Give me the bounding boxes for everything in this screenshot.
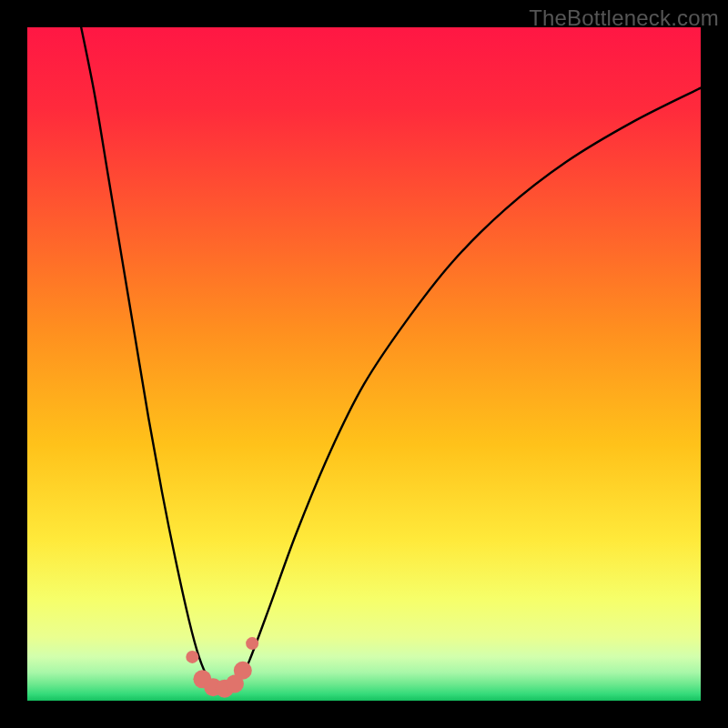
curve-layer [27, 27, 701, 701]
bottom-marker [246, 637, 258, 650]
curve-left-branch [81, 27, 216, 687]
curve-right-branch [229, 88, 701, 688]
bottom-marker [234, 662, 252, 680]
bottom-marker [186, 651, 198, 663]
